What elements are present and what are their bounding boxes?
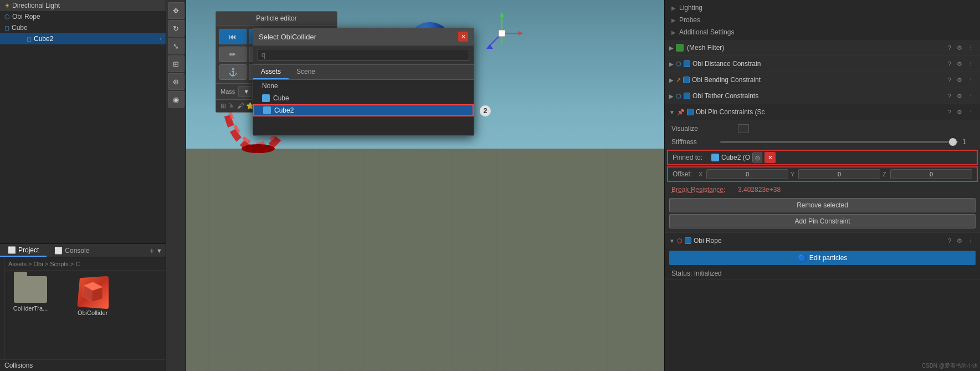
tether-constraints-header[interactable]: ▶ ⬡ Obi Tether Constraints ? ⚙ ⋮ — [665, 88, 980, 104]
tool-rect[interactable]: ⊞ — [168, 55, 184, 72]
probes-label: Probes — [679, 16, 700, 24]
bending-checkbox[interactable] — [683, 77, 690, 83]
rope-settings[interactable]: ⚙ — [955, 237, 964, 245]
bending-settings[interactable]: ⚙ — [955, 76, 964, 84]
distance-menu[interactable]: ⋮ — [966, 60, 976, 68]
collisions-label: Collisions — [0, 359, 166, 371]
inspector-link-additional-settings[interactable]: ▶ Additional Settings — [669, 27, 976, 38]
visualize-label: Visualize — [671, 125, 738, 133]
rope-checkbox[interactable] — [685, 237, 691, 244]
obi-rope-section: ▼ ⬡ Obi Rope ? ⚙ ⋮ 🔵 Edit particles Stat… — [665, 233, 980, 280]
tether-checkbox[interactable] — [684, 93, 690, 99]
distance-checkbox[interactable] — [684, 60, 690, 67]
none-label: None — [262, 82, 278, 90]
folder-icon — [14, 276, 47, 303]
distance-settings[interactable]: ⚙ — [955, 60, 964, 68]
bending-menu[interactable]: ⋮ — [966, 76, 976, 84]
pin-menu[interactable]: ⋮ — [966, 108, 976, 116]
tool-custom[interactable]: ◉ — [168, 91, 184, 108]
pinned-to-label: Pinned to: — [673, 154, 711, 161]
tool-move[interactable]: ✥ — [168, 2, 184, 19]
inspector-link-lighting[interactable]: ▶ Lighting — [669, 2, 976, 13]
dialog-close-button[interactable]: ✕ — [458, 32, 468, 42]
menu-button[interactable]: ▼ — [156, 247, 162, 254]
mesh-filter-settings[interactable]: ⚙ — [955, 44, 964, 52]
tab-console[interactable]: ⬜ Console — [47, 244, 97, 257]
lighting-arrow: ▶ — [671, 5, 676, 11]
inspector-link-probes[interactable]: ▶ Probes — [669, 14, 976, 26]
pe-brush-button[interactable]: ✏ — [219, 47, 247, 62]
distance-help[interactable]: ? — [946, 60, 953, 68]
pe-anchor-button[interactable]: ⚓ — [219, 64, 247, 80]
tool-transform[interactable]: ⊕ — [168, 73, 184, 90]
tether-settings[interactable]: ⚙ — [955, 92, 964, 100]
add-button[interactable]: + — [150, 246, 154, 255]
hierarchy-item-obi-rope[interactable]: ⬡ Obi Rope — [0, 11, 166, 22]
bending-constraint-header[interactable]: ▶ ↗ Obi Bending Constraint ? ⚙ ⋮ — [665, 72, 980, 88]
pe-prev-button[interactable]: ⏮ — [219, 29, 247, 44]
hierarchy-item-cube2[interactable]: ◻ Cube2 › — [0, 33, 166, 44]
dialog-item-cube2[interactable]: Cube2 — [253, 104, 474, 116]
pin-checkbox[interactable] — [687, 109, 694, 115]
rope-menu[interactable]: ⋮ — [966, 237, 976, 245]
add-pin-constraint-button[interactable]: Add Pin Constraint — [669, 214, 976, 228]
breadcrumb: Assets > Obi > Scripts > C — [8, 261, 80, 267]
xyz-y-field: Y — [791, 169, 880, 179]
svg-rect-15 — [677, 45, 683, 50]
inspector-top-links: ▶ Lighting ▶ Probes ▶ Additional Setting… — [665, 0, 980, 40]
tab-project[interactable]: ⬜ Project — [0, 244, 47, 257]
tether-icon: ⬡ — [676, 93, 681, 100]
pe-grid-icon[interactable]: ⊞ — [220, 102, 226, 110]
pin-title: Obi Pin Constraints (Sc — [696, 108, 946, 116]
assets-row: ColliderTra... — [11, 276, 166, 316]
rope-help[interactable]: ? — [946, 237, 953, 245]
dialog-search-input[interactable] — [258, 49, 469, 61]
mesh-filter-help[interactable]: ? — [946, 44, 953, 52]
pe-cursor-icon[interactable]: 🖱 — [228, 102, 235, 110]
asset-obi-collider[interactable]: ObiCollider — [73, 276, 112, 316]
status-row: Status: Initialized — [665, 267, 980, 279]
edit-particles-button[interactable]: 🔵 Edit particles — [669, 251, 976, 265]
left-toolbar: ✥ ↻ ⤡ ⊞ ⊕ ◉ — [166, 0, 186, 371]
pin-help[interactable]: ? — [946, 108, 953, 116]
pin-settings[interactable]: ⚙ — [955, 108, 964, 116]
pin-constraints-header[interactable]: ▼ 📌 Obi Pin Constraints (Sc ? ⚙ ⋮ — [665, 104, 980, 120]
cube2-item-icon — [263, 106, 271, 114]
visualize-color-box[interactable] — [738, 124, 749, 133]
tool-scale[interactable]: ⤡ — [168, 38, 184, 54]
stiffness-slider[interactable] — [720, 141, 958, 143]
dialog-item-cube[interactable]: Cube — [253, 92, 474, 104]
obi-rope-icon: ⬡ — [4, 13, 10, 21]
offset-y-input[interactable] — [798, 169, 880, 179]
stiffness-handle[interactable] — [949, 138, 957, 146]
tether-help[interactable]: ? — [946, 92, 953, 100]
hierarchy-item-cube[interactable]: ◻ Cube — [0, 22, 166, 33]
distance-constraint-header[interactable]: ▶ ⬡ Obi Distance Constrain ? ⚙ ⋮ — [665, 56, 980, 72]
pinned-cube-icon — [711, 154, 719, 161]
obi-rope-header[interactable]: ▼ ⬡ Obi Rope ? ⚙ ⋮ — [665, 233, 980, 248]
hierarchy-item-directional-light[interactable]: ☀ Directional Light — [0, 0, 166, 11]
pinned-target-button[interactable]: ◎ — [752, 153, 762, 162]
xyz-fields: X Y Z — [699, 169, 972, 179]
offset-x-input[interactable] — [706, 169, 788, 179]
pinned-delete-button[interactable]: ✕ — [764, 152, 776, 163]
bending-help[interactable]: ? — [946, 76, 953, 84]
dialog-item-none[interactable]: None — [253, 80, 474, 92]
cube-item-icon — [262, 94, 270, 102]
offset-z-input[interactable] — [890, 169, 972, 179]
visualize-row: Visualize — [665, 122, 980, 135]
pe-paint-icon[interactable]: 🖌 — [237, 102, 244, 110]
dialog-tab-assets[interactable]: Assets — [253, 65, 289, 79]
transform-gizmo — [480, 11, 524, 57]
bending-icons: ? ⚙ ⋮ — [946, 76, 976, 84]
tether-menu[interactable]: ⋮ — [966, 92, 976, 100]
dialog-tab-scene[interactable]: Scene — [289, 65, 323, 79]
asset-collider-tra[interactable]: ColliderTra... — [11, 276, 50, 312]
mesh-filter-header[interactable]: ▶ (Mesh Filter) ? ⚙ ⋮ — [665, 40, 980, 55]
mesh-filter-icons: ? ⚙ ⋮ — [946, 44, 976, 52]
mesh-filter-menu[interactable]: ⋮ — [966, 44, 976, 52]
bottom-tabs: ⬜ Project ⬜ Console + ▼ — [0, 244, 166, 257]
pin-icon: 📌 — [677, 109, 685, 116]
tool-rotate[interactable]: ↻ — [168, 20, 184, 37]
remove-selected-button[interactable]: Remove selected — [669, 198, 976, 212]
